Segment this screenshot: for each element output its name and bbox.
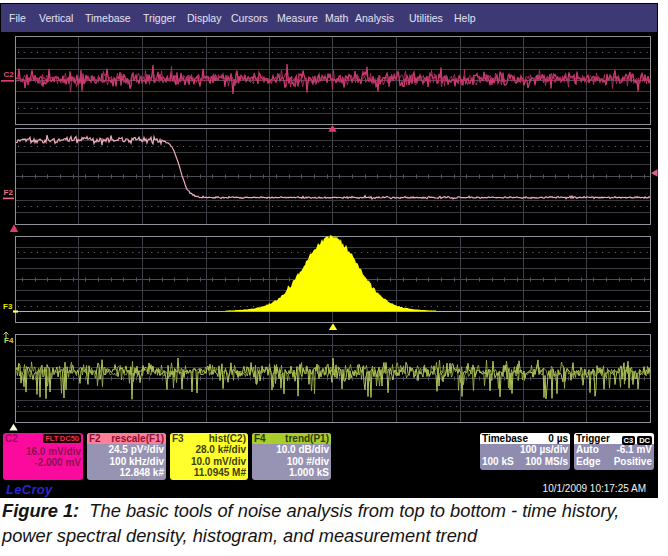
svg-text:C2: C2: [4, 70, 15, 79]
svg-text:F2: F2: [4, 188, 14, 197]
svg-text:F3: F3: [3, 302, 13, 311]
svg-text:F4: F4: [4, 336, 14, 345]
